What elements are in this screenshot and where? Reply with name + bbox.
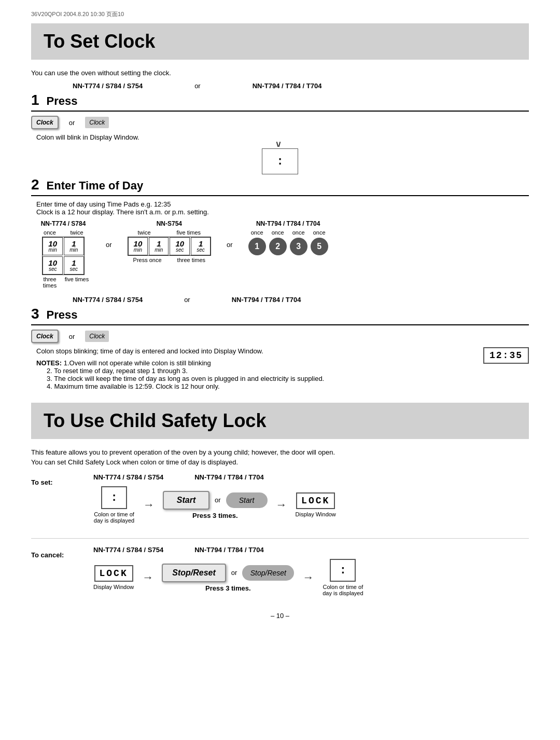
clock-btn-raised-2[interactable]: Clock xyxy=(31,330,59,343)
section2-intro1: This feature allows you to prevent opera… xyxy=(31,448,529,456)
cancel-colon-display: : xyxy=(330,559,356,582)
cancel-colon-caption: Colon or time of day is displayed xyxy=(322,584,363,596)
or-label-8: or xyxy=(231,569,237,577)
circle-btn-3[interactable]: 3 xyxy=(290,238,307,255)
or-label-3: or xyxy=(106,241,112,249)
step2-num: 2 xyxy=(31,176,39,193)
col1-three-label: three times xyxy=(36,276,63,289)
step3-header: 3 Press xyxy=(31,306,529,325)
step3-model-2: NN-T794 / T784 / T704 xyxy=(232,296,301,304)
t794-once3: once xyxy=(290,229,307,236)
doc-header: 36V20QPOI 2004.8.20 10:30 页面10 xyxy=(31,10,529,18)
s754-five-label: five times xyxy=(177,229,201,236)
arrow-3: → xyxy=(142,571,153,584)
col1-twice-label: twice xyxy=(63,229,90,236)
clock-btn-flat-1[interactable]: Clock xyxy=(85,117,109,128)
step1-label: Press xyxy=(47,94,78,108)
step2-desc2: Clock is a 12 hour display. There isn't … xyxy=(36,208,529,216)
s754-press-once: Press once xyxy=(133,257,162,263)
s754-pad1: 10min xyxy=(128,237,148,255)
model-label-1: NN-T774 / S784 / S754 xyxy=(73,82,143,90)
s754-press-three: three times xyxy=(177,257,205,263)
set-colon-caption: Colon or time of day is displayed xyxy=(93,511,135,524)
section2-intro2: You can set Child Safety Lock when colon… xyxy=(31,458,529,466)
set-colon-item: : Colon or time of day is displayed xyxy=(93,486,135,524)
clock-btn-raised-1[interactable]: Clock xyxy=(31,116,59,129)
col2-model-label: NN-S754 xyxy=(157,220,182,227)
set-model-1: NN-T774 / S784 / S754 xyxy=(93,473,163,481)
or-label-1: or xyxy=(194,82,201,90)
col1-five-label: five times xyxy=(63,276,90,289)
step3-label: Press xyxy=(47,308,78,322)
s754-twice-label: twice xyxy=(138,229,151,236)
or-label-2: or xyxy=(69,119,75,127)
step3-model-1: NN-T774 / S784 / S754 xyxy=(73,296,143,304)
arrow-4: → xyxy=(302,571,314,584)
step1-desc: Colon will blink in Display Window. xyxy=(36,133,529,141)
cancel-display-window-label: Display Window xyxy=(93,584,134,590)
step3-press-row: Clock or Clock xyxy=(31,330,529,343)
set-model-2: NN-T794 / T784 / T704 xyxy=(194,473,264,481)
notes-label: NOTES: xyxy=(36,359,62,367)
t794-once2: once xyxy=(269,229,287,236)
stop-btn-raised[interactable]: Stop/Reset xyxy=(162,564,226,582)
page-number: – 10 – xyxy=(31,612,529,620)
step3-num: 3 xyxy=(31,306,39,322)
arrow-1: → xyxy=(143,498,155,512)
s754-pad3: 10sec xyxy=(170,237,190,255)
s754-pad4: 1sec xyxy=(191,237,211,255)
note3: 3. The clock will keep the time of day a… xyxy=(47,375,324,382)
pad-10min: 10min xyxy=(43,237,63,255)
cancel-lock-display: LOCK xyxy=(94,565,133,582)
step3-time-display: 12:35 xyxy=(483,347,529,364)
step1-press-row: Clock or Clock xyxy=(31,116,529,129)
step2-header: 2 Enter Time of Day xyxy=(31,176,529,196)
start-btn-raised[interactable]: Start xyxy=(163,491,209,510)
step1-num: 1 xyxy=(31,92,39,108)
model-label-2: NN-T794 / T784 / T704 xyxy=(253,82,322,90)
press-3-times2-label: Press 3 times. xyxy=(205,584,250,592)
clock-btn-flat-2[interactable]: Clock xyxy=(85,331,109,342)
t794-circle-btns: 1 2 3 5 xyxy=(248,238,328,255)
step2-label: Enter Time of Day xyxy=(47,179,144,193)
set-colon-display: : xyxy=(101,486,127,509)
note2: 2. To reset time of day, repeat step 1 t… xyxy=(47,367,188,375)
cancel-colon-item: : Colon or time of day is displayed xyxy=(322,559,363,596)
t794-once1: once xyxy=(248,229,266,236)
step1-header: 1 Press xyxy=(31,92,529,112)
section1-intro: You can use the oven without setting the… xyxy=(31,69,529,77)
step2-desc1: Enter time of day using Time Pads e.g. 1… xyxy=(36,200,529,208)
or-label-5: or xyxy=(184,296,190,304)
section2-title: To Use Child Safety Lock xyxy=(31,403,529,439)
s754-timepad: 10min 1min 10sec 1sec xyxy=(128,237,212,256)
sep-line xyxy=(31,538,529,539)
to-cancel-label: To cancel: xyxy=(31,551,64,559)
arrow-2: → xyxy=(276,498,287,512)
stop-btn-flat[interactable]: Stop/Reset xyxy=(242,565,294,581)
pad-1sec: 1sec xyxy=(64,256,84,275)
lock-display: LOCK xyxy=(296,492,335,509)
circle-btn-2[interactable]: 2 xyxy=(269,238,287,255)
col1-once-label: once xyxy=(36,229,63,236)
col3-model-label: NN-T794 / T784 / T704 xyxy=(256,220,320,227)
col1-model-label: NN-T774 / S784 xyxy=(41,220,86,227)
set-diagram-row: : Colon or time of day is displayed → St… xyxy=(93,486,529,524)
note4: 4. Maximum time available is 12:59. Cloc… xyxy=(47,382,220,390)
section1-title: To Set Clock xyxy=(31,23,529,60)
cancel-model-1: NN-T774 / S784 / S754 xyxy=(93,546,163,554)
to-set-label: To set: xyxy=(31,478,53,486)
note1: 1.Oven will not operate while colon is s… xyxy=(64,359,211,367)
or-label-4: or xyxy=(227,241,233,249)
timepad-grid-col1: 10min 1min 10sec 1sec xyxy=(42,237,84,275)
pad-1min: 1min xyxy=(64,237,84,255)
circle-btn-1[interactable]: 1 xyxy=(248,238,266,255)
or-label-7: or xyxy=(215,496,221,504)
step3-desc1: Colon stops blinking; time of day is ent… xyxy=(36,347,473,355)
press-3-times-label: Press 3 times. xyxy=(192,512,237,519)
cancel-diagram-row: LOCK Display Window → Stop/Reset or Stop… xyxy=(93,559,529,596)
circle-btn-4[interactable]: 5 xyxy=(311,238,328,255)
start-btn-flat[interactable]: Start xyxy=(226,492,268,508)
s754-pad2: 1min xyxy=(149,237,169,255)
t794-once4: once xyxy=(311,229,328,236)
cancel-lock-item: LOCK Display Window xyxy=(93,565,134,590)
